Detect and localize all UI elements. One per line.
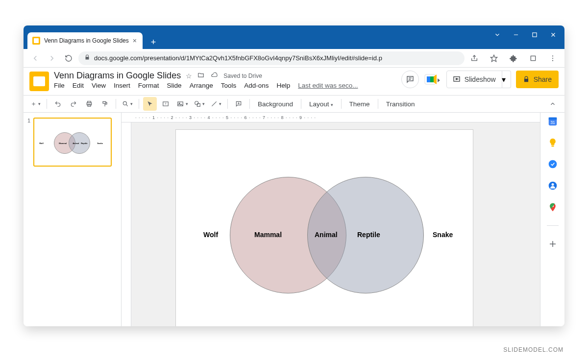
calendar-icon[interactable]: 31 xyxy=(547,116,558,126)
horizontal-ruler: · · · · · 1 · · · · 2 · · · · 3 · · · · … xyxy=(122,113,540,122)
menu-file[interactable]: File xyxy=(54,82,65,89)
menu-format[interactable]: Format xyxy=(138,82,159,89)
menu-view[interactable]: View xyxy=(92,82,106,89)
meet-button[interactable] xyxy=(424,73,441,86)
chevron-down-icon[interactable] xyxy=(494,31,501,38)
vertical-ruler xyxy=(122,122,131,326)
menu-arrange[interactable]: Arrange xyxy=(190,82,213,89)
svg-marker-12 xyxy=(438,78,440,82)
slides-favicon-icon xyxy=(32,37,40,45)
side-panel: 31 xyxy=(540,113,564,326)
cloud-saved-icon xyxy=(210,72,219,80)
star-doc-icon[interactable]: ☆ xyxy=(186,72,192,80)
comments-button[interactable] xyxy=(401,71,419,88)
new-tab-button[interactable]: + xyxy=(147,35,160,49)
comment-button[interactable] xyxy=(232,97,245,111)
tasks-icon[interactable] xyxy=(547,159,558,170)
address-bar: docs.google.com/presentation/d/1MYtCa2Qv… xyxy=(24,49,564,68)
browser-window: Venn Diagrams in Google Slides × + docs.… xyxy=(24,25,564,326)
textbox-button[interactable]: T xyxy=(159,97,172,111)
back-button[interactable] xyxy=(28,51,42,65)
menu-insert[interactable]: Insert xyxy=(114,82,130,89)
svg-text:T: T xyxy=(165,102,167,105)
svg-rect-30 xyxy=(548,118,557,120)
keep-icon[interactable] xyxy=(547,137,558,148)
print-button[interactable] xyxy=(82,97,96,111)
transition-button[interactable]: Transition xyxy=(382,100,419,108)
account-icon[interactable] xyxy=(526,51,540,65)
share-label: Share xyxy=(534,75,552,83)
maximize-icon[interactable] xyxy=(531,31,538,38)
filmstrip[interactable]: 1 Wolf Mammal Animal Reptile Snake xyxy=(24,113,122,326)
venn-diagram: Wolf Mammal Animal Reptile Snake xyxy=(176,130,473,326)
menu-edit[interactable]: Edit xyxy=(73,82,84,89)
forward-button[interactable] xyxy=(45,51,59,65)
menu-addons[interactable]: Add-ons xyxy=(244,82,269,89)
close-window-icon[interactable] xyxy=(550,31,557,38)
slideshow-button[interactable]: Slideshow xyxy=(446,71,502,88)
extensions-icon[interactable] xyxy=(507,51,520,65)
svg-point-18 xyxy=(123,101,126,105)
share-button[interactable]: Share xyxy=(516,71,559,88)
slide-thumbnail[interactable]: Wolf Mammal Animal Reptile Snake xyxy=(33,118,112,167)
main-area: 1 Wolf Mammal Animal Reptile Snake · · ·… xyxy=(24,113,564,326)
svg-point-33 xyxy=(548,160,557,169)
theme-button[interactable]: Theme xyxy=(345,100,374,108)
contacts-icon[interactable] xyxy=(547,180,558,191)
collapse-toolbar-button[interactable] xyxy=(546,97,560,111)
close-tab-icon[interactable]: × xyxy=(133,37,137,45)
slides-logo-icon[interactable] xyxy=(29,72,49,91)
menu-help[interactable]: Help xyxy=(276,82,290,89)
outside-label-left[interactable]: Wolf xyxy=(203,231,218,239)
menu-bar: File Edit View Insert Format Slide Arran… xyxy=(54,82,358,89)
browser-tab[interactable]: Venn Diagrams in Google Slides × xyxy=(27,32,143,49)
maps-icon[interactable] xyxy=(547,202,558,213)
outside-label-right[interactable]: Snake xyxy=(433,231,453,239)
slide-number: 1 xyxy=(27,118,30,167)
watermark: SLIDEMODEL.COM xyxy=(503,346,564,353)
svg-line-19 xyxy=(126,104,127,106)
svg-line-26 xyxy=(212,101,216,106)
background-button[interactable]: Background xyxy=(254,100,297,108)
svg-point-35 xyxy=(551,183,554,186)
set-label-right[interactable]: Reptile xyxy=(357,231,380,239)
url-text: docs.google.com/presentation/d/1MYtCa2Qv… xyxy=(94,54,382,62)
bookmark-star-icon[interactable] xyxy=(487,51,501,65)
slideshow-dropdown[interactable]: ▾ xyxy=(497,71,511,88)
line-button[interactable] xyxy=(209,97,223,111)
toolbar: ＋ T Background Layout Theme Transition xyxy=(24,95,564,113)
saved-status: Saved to Drive xyxy=(223,73,262,79)
window-controls xyxy=(494,25,564,49)
undo-button[interactable] xyxy=(51,97,65,111)
paint-format-button[interactable] xyxy=(98,97,112,111)
menu-tools[interactable]: Tools xyxy=(221,82,237,89)
svg-point-7 xyxy=(552,57,553,58)
kebab-menu-icon[interactable] xyxy=(546,51,560,65)
image-button[interactable] xyxy=(174,97,190,111)
doc-title[interactable]: Venn Diagrams in Google Slides xyxy=(54,71,181,81)
menu-slide[interactable]: Slide xyxy=(167,82,182,89)
svg-text:31: 31 xyxy=(550,121,555,125)
minimize-icon[interactable] xyxy=(513,31,519,38)
select-tool-button[interactable] xyxy=(143,97,157,111)
set-label-left[interactable]: Mammal xyxy=(254,231,282,239)
url-input[interactable]: docs.google.com/presentation/d/1MYtCa2Qv… xyxy=(78,51,465,65)
layout-button[interactable]: Layout xyxy=(305,100,337,108)
share-page-icon[interactable] xyxy=(467,51,481,65)
move-doc-icon[interactable] xyxy=(197,72,205,80)
add-addon-button[interactable] xyxy=(547,239,558,249)
new-slide-button[interactable]: ＋ xyxy=(28,97,43,111)
svg-point-8 xyxy=(552,60,553,61)
docs-header: Venn Diagrams in Google Slides ☆ Saved t… xyxy=(24,68,564,95)
svg-rect-25 xyxy=(197,103,200,106)
shape-button[interactable] xyxy=(192,97,207,111)
reload-button[interactable] xyxy=(62,51,75,65)
svg-point-24 xyxy=(195,101,198,105)
slide-canvas[interactable]: Wolf Mammal Animal Reptile Snake xyxy=(175,129,473,326)
redo-button[interactable] xyxy=(67,97,80,111)
slideshow-label: Slideshow xyxy=(465,75,496,83)
last-edit-status[interactable]: Last edit was seco... xyxy=(298,82,358,89)
intersection-label[interactable]: Animal xyxy=(315,231,338,239)
zoom-button[interactable] xyxy=(120,97,135,111)
canvas-area[interactable]: · · · · · 1 · · · · 2 · · · · 3 · · · · … xyxy=(122,113,540,326)
